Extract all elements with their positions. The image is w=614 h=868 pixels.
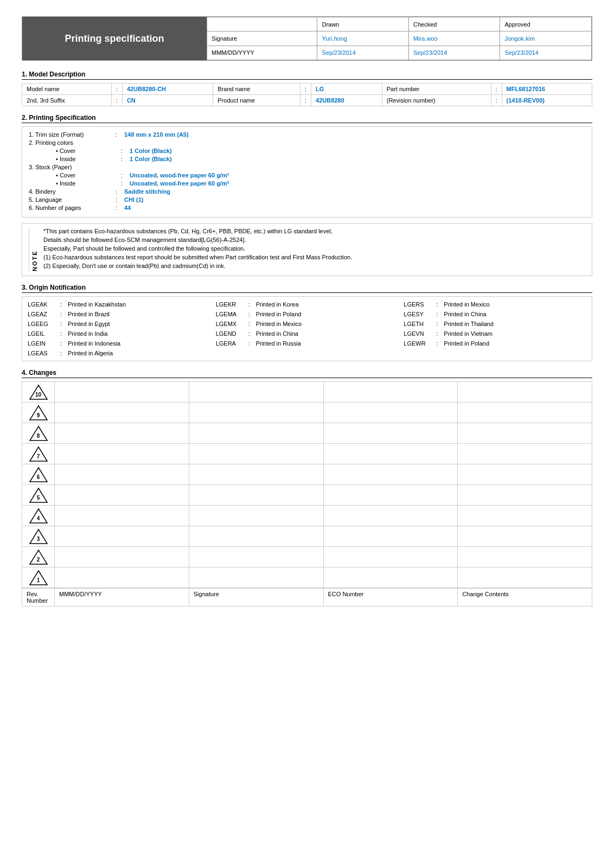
spec-box: 1. Trim size (Format) : 148 mm x 210 mm … [22,126,592,218]
changes-col-3-4 [458,526,592,546]
rev-triangle-9: 9 [29,405,48,421]
changes-col-1-2 [189,567,324,588]
drawn-date: Sep/23/2014 [317,46,409,60]
changes-col-1-4 [458,567,592,588]
origin-lgema: LGEMA : Printed in Poland [216,310,399,318]
rev-cell-8: 8 [22,423,55,443]
rev-cell-6: 6 [22,464,55,484]
footer-signature: Signature [189,589,324,606]
changes-row-9: 9 [22,403,592,423]
changes-col-4-3 [324,506,458,526]
origin-lgeeg: LGEEG : Printed in Egypt [28,320,210,328]
rev-triangle-2: 2 [29,549,48,565]
changes-col-5-4 [458,485,592,505]
rev-triangle-8: 8 [29,425,48,442]
rev-triangle-1: 1 [29,570,48,586]
changes-col-4-4 [458,506,592,526]
rev-num-8: 8 [37,433,40,439]
changes-col-8-3 [324,423,458,443]
origin-lgers: LGERS : Printed in Mexico [404,300,586,309]
changes-col-5-2 [189,485,324,505]
changes-footer: Rev. Number MMM/DD/YYYY Signature ECO Nu… [22,588,592,606]
approved-header: Approved [500,17,592,31]
spec-inside-stock: • Inside : Uncoated, wood-free paper 60 … [29,180,585,187]
note-line-2: Especially, Part should be followed and … [43,245,585,252]
origin-lgeas: LGEAS : Printed in Algeria [28,349,210,358]
origin-lgeaz: LGEAZ : Printed in Brazil [28,310,210,318]
approval-empty [207,17,317,31]
revision-label: (Revision number) [382,95,491,106]
footer-eco: ECO Number [324,589,458,606]
note-line-4: (2) Especially, Don't use or contain lea… [43,263,585,269]
rev-num-9: 9 [37,412,40,418]
changes-col-9-4 [458,403,592,423]
origin-lgeth: LGETH : Printed in Thailand [404,320,586,328]
brand-name-value: LG [311,84,382,95]
origin-empty2 [404,349,586,358]
origin-lgeil: LGEIL : Printed in India [28,329,210,338]
origin-lgewr: LGEWR : Printed in Poland [404,339,586,348]
changes-col-8-4 [458,423,592,443]
rev-cell-1: 1 [22,567,55,588]
origin-empty1 [216,349,399,358]
cover-color-value: 1 Color (Black) [130,148,172,154]
changes-row-10: 10 [22,382,592,403]
bindery-value: Saddle stitching [124,188,170,195]
changes-row-4: 4 [22,506,592,526]
note-sidebar: NOTE [29,228,38,271]
model-row-2: 2nd, 3rd Suffix : CN Product name : 42UB… [22,95,592,106]
changes-col-6-4 [458,464,592,484]
spec-trim: 1. Trim size (Format) : 148 mm x 210 mm … [29,131,585,138]
origin-box: LGEAK : Printed in Kazakhstan LGEKR : Pr… [22,296,592,361]
changes-col-5-1 [55,485,189,505]
cover-stock-value: Uncoated, wood-free paper 60 g/m² [130,172,229,178]
rev-cell-5: 5 [22,485,55,505]
changes-col-6-2 [189,464,324,484]
origin-grid: LGEAK : Printed in Kazakhstan LGEKR : Pr… [28,300,586,358]
drawn-header: Drawn [317,17,409,31]
trim-value: 148 mm x 210 mm (A5) [124,131,189,138]
changes-col-2-1 [55,547,189,567]
rev-num-3: 3 [37,536,40,542]
brand-name-label: Brand name [213,84,300,95]
pages-value: 44 [124,205,131,211]
changes-col-2-3 [324,547,458,567]
changes-col-7-2 [189,444,324,464]
section2-header: 2. Printing Specification [22,114,592,123]
rev-triangle-4: 4 [29,508,48,524]
changes-col-4-1 [55,506,189,526]
spec-stock: 3. Stock (Paper) [29,164,585,170]
rev-num-4: 4 [37,515,40,521]
rev-cell-10: 10 [22,382,55,402]
note-line-0: *This part contains Eco-hazardous substa… [43,228,585,234]
changes-col-2-2 [189,547,324,567]
origin-lgekr: LGEKR : Printed in Korea [216,300,399,309]
rev-triangle-3: 3 [29,528,48,545]
spec-colors: 2. Printing colors [29,139,585,146]
signature-label: Signature [207,31,317,46]
changes-col-8-2 [189,423,324,443]
inside-stock-value: Uncoated, wood-free paper 60 g/m² [130,180,229,187]
date-label: MMM/DD/YYYY [207,46,317,60]
rev-num-2: 2 [37,557,40,563]
changes-col-10-1 [55,382,189,402]
changes-row-8: 8 [22,423,592,444]
origin-lgera: LGERA : Printed in Russia [216,339,399,348]
changes-box: 10 9 8 [22,381,592,607]
rev-num-10: 10 [35,392,41,398]
drawn-name: Yuri.hong [317,31,409,46]
changes-row-7: 7 [22,444,592,464]
changes-col-3-3 [324,526,458,546]
footer-contents: Change Contents [458,589,592,606]
origin-lgein: LGEIN : Printed in Indonesia [28,339,210,348]
origin-lgeak: LGEAK : Printed in Kazakhstan [28,300,210,309]
rev-num-7: 7 [37,454,40,459]
changes-col-10-4 [458,382,592,402]
spec-pages: 6. Number of pages : 44 [29,205,585,211]
document-title: Printing specification [22,17,207,60]
changes-col-2-4 [458,547,592,567]
changes-col-9-2 [189,403,324,423]
checked-date: Sep/23/2014 [408,46,500,60]
note-line-1: Details should be followed Eco-SCM manag… [43,237,585,243]
footer-date: MMM/DD/YYYY [55,589,189,606]
